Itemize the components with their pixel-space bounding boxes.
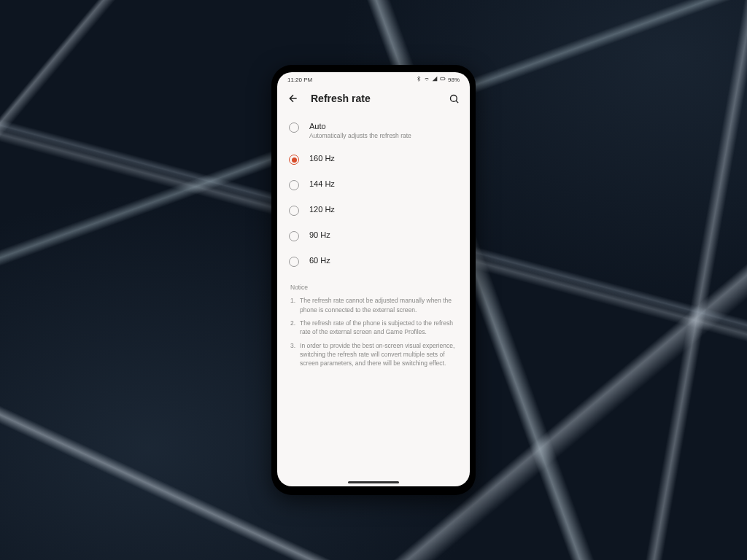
navigation-handle[interactable]: [348, 481, 399, 483]
notice-number: 2.: [290, 319, 295, 337]
phone-screen: 11:20 PM 98% Refresh r: [277, 72, 470, 486]
notice-text: In order to provide the best on-screen v…: [300, 341, 457, 368]
bluetooth-icon: [416, 76, 422, 83]
option-160hz[interactable]: 160 Hz: [282, 147, 465, 172]
notice-section: Notice 1. The refresh rate cannot be adj…: [277, 274, 470, 381]
page-header: Refresh rate: [277, 87, 470, 114]
option-label: 60 Hz: [309, 256, 330, 265]
status-time: 11:20 PM: [287, 77, 312, 83]
signal-icon: [432, 76, 438, 83]
option-60hz[interactable]: 60 Hz: [282, 249, 465, 274]
svg-point-2: [450, 95, 457, 101]
radio-icon: [289, 206, 299, 216]
search-button[interactable]: [448, 93, 460, 104]
option-label: 120 Hz: [309, 205, 335, 214]
notice-item: 2. The refresh rate of the phone is subj…: [290, 319, 457, 337]
option-subtitle: Automatically adjusts the refresh rate: [309, 132, 411, 139]
status-indicators: 98%: [416, 76, 460, 83]
option-text: 144 Hz: [309, 179, 335, 188]
option-label: 90 Hz: [309, 230, 330, 239]
page-title: Refresh rate: [311, 93, 436, 104]
option-144hz[interactable]: 144 Hz: [282, 172, 465, 198]
option-text: Auto Automatically adjusts the refresh r…: [309, 122, 411, 139]
option-auto[interactable]: Auto Automatically adjusts the refresh r…: [282, 114, 465, 147]
notice-number: 3.: [290, 341, 295, 368]
svg-line-3: [456, 101, 458, 103]
radio-icon: [289, 155, 299, 165]
back-button[interactable]: [287, 93, 299, 104]
phone-body: 11:20 PM 98% Refresh r: [271, 65, 476, 495]
radio-icon: [289, 180, 299, 190]
notice-heading: Notice: [290, 283, 457, 292]
status-bar: 11:20 PM 98%: [277, 72, 470, 87]
option-text: 120 Hz: [309, 205, 335, 214]
svg-rect-0: [441, 77, 445, 79]
notice-text: The refresh rate cannot be adjusted manu…: [300, 296, 457, 314]
arrow-left-icon: [287, 93, 299, 104]
notice-item: 3. In order to provide the best on-scree…: [290, 341, 457, 368]
notice-item: 1. The refresh rate cannot be adjusted m…: [290, 296, 457, 314]
wifi-icon: [424, 76, 430, 83]
search-icon: [449, 93, 460, 104]
radio-icon: [289, 122, 299, 133]
option-label: 144 Hz: [309, 179, 335, 188]
refresh-rate-options: Auto Automatically adjusts the refresh r…: [277, 114, 470, 274]
battery-percent: 98%: [448, 77, 460, 83]
radio-icon: [289, 257, 299, 267]
battery-icon: [440, 76, 446, 83]
notice-number: 1.: [290, 296, 295, 314]
option-label: Auto: [309, 122, 411, 131]
notice-text: The refresh rate of the phone is subject…: [300, 319, 457, 337]
option-text: 90 Hz: [309, 230, 330, 239]
option-90hz[interactable]: 90 Hz: [282, 223, 465, 249]
radio-icon: [289, 231, 299, 241]
option-text: 60 Hz: [309, 256, 330, 265]
option-label: 160 Hz: [309, 154, 335, 163]
option-120hz[interactable]: 120 Hz: [282, 198, 465, 223]
option-text: 160 Hz: [309, 154, 335, 163]
